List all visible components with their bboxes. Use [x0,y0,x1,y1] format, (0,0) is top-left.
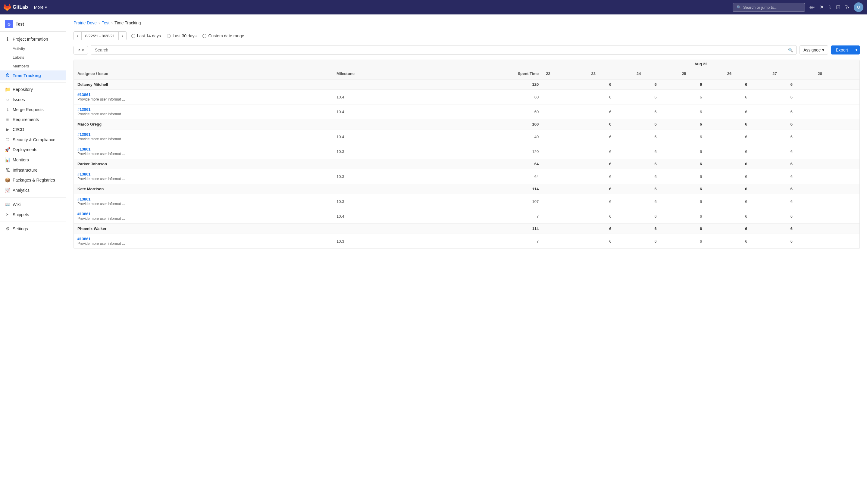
assignee-name: Marco Gregg [74,119,333,130]
last-30-days-radio[interactable] [167,34,171,38]
issue-link[interactable]: #13861 [77,212,90,216]
assignee-day-2: 6 [633,184,678,194]
user-avatar[interactable]: U [854,2,863,12]
issue-day-3: 6 [678,234,723,249]
issue-link[interactable]: #13861 [77,237,90,241]
issue-info: #13861 Provide more user informat ... [74,169,333,184]
last-14-days-radio[interactable] [131,34,135,38]
issue-day-2: 6 [633,194,678,209]
assignee-chevron-icon: ▾ [822,47,824,52]
sidebar-item-ci-cd[interactable]: ▶ CI/CD [0,124,66,134]
assignee-day-6 [814,184,859,194]
sidebar-item-infrastructure[interactable]: 🏗 Infrastructure [0,165,66,175]
issue-link[interactable]: #13861 [77,132,90,137]
search-input[interactable] [91,45,785,55]
sidebar-item-analytics[interactable]: 📈 Analytics [0,185,66,195]
monitors-icon: 📊 [5,157,10,163]
assignee-filter-button[interactable]: Assignee ▾ [800,45,828,55]
sidebar-item-labels[interactable]: Labels [0,53,66,62]
issue-spent: 60 [432,90,542,105]
sidebar-item-activity[interactable]: Activity [0,44,66,53]
create-button[interactable]: ⊕ ▾ [807,3,817,12]
issue-day-2: 6 [633,144,678,159]
assignee-day-1: 6 [588,224,633,234]
assignee-day-2: 6 [633,119,678,130]
issue-link[interactable]: #13861 [77,147,90,152]
assignee-name: Phoenix Walker [74,224,333,234]
breadcrumb-prairie-dove[interactable]: Prairie Dove [74,21,97,25]
issue-day-3: 6 [678,90,723,105]
sidebar-item-repository[interactable]: 📁 Repository [0,84,66,95]
merge-requests-button[interactable]: ⤵ [827,3,833,12]
issue-day-4: 6 [724,194,769,209]
issue-milestone: 10.3 [333,234,432,249]
sidebar-item-merge-requests[interactable]: ⤵ Merge Requests [0,105,66,114]
sidebar-item-members[interactable]: Members [0,62,66,70]
todo-button[interactable]: ☑ [834,3,842,12]
infrastructure-icon: 🏗 [5,167,10,173]
issue-desc: Provide more user informat ... [77,241,125,246]
help-button[interactable]: ? ▾ [843,3,851,12]
more-menu-button[interactable]: More ▾ [32,4,50,11]
sidebar-item-settings[interactable]: ⚙ Settings [0,224,66,234]
assignee-day-5: 6 [769,184,814,194]
breadcrumb-sep-2: › [111,21,113,25]
sidebar-label-repository: Repository [13,87,33,92]
issue-day-0 [542,130,587,144]
export-dropdown-button[interactable]: ▾ [853,45,860,55]
assignee-day-1: 6 [588,79,633,90]
issue-desc: Provide more user informat ... [77,112,125,116]
date-prev-button[interactable]: ‹ [74,32,81,40]
sidebar-label-monitors: Monitors [13,157,29,162]
search-reset-button[interactable]: ↺ ▾ [74,46,88,55]
custom-date-radio[interactable] [202,34,206,38]
custom-date-option[interactable]: Custom date range [202,33,244,38]
project-information-icon: ℹ [5,36,10,42]
assignee-row: Kate Morrison 114 66666 [74,184,859,194]
last-14-days-option[interactable]: Last 14 days [131,33,161,38]
issue-day-5: 6 [769,90,814,105]
sidebar-item-monitors[interactable]: 📊 Monitors [0,155,66,165]
merge-requests-nav-icon: ⤵ [5,107,10,112]
issue-milestone: 10.4 [333,130,432,144]
sidebar-item-deployments[interactable]: 🚀 Deployments [0,144,66,155]
sidebar-item-packages-registries[interactable]: 📦 Packages & Registries [0,175,66,185]
issue-link[interactable]: #13861 [77,92,90,97]
export-button[interactable]: Export [831,45,853,55]
sidebar-item-requirements[interactable]: ≡ Requirements [0,114,66,124]
issue-spent: 120 [432,144,542,159]
search-submit-button[interactable]: 🔍 [785,46,796,55]
issue-day-5: 6 [769,105,814,119]
issues-button[interactable]: ⚑ [818,3,826,12]
sidebar-label-infrastructure: Infrastructure [13,168,38,173]
global-search[interactable]: 🔍 Search or jump to... [732,3,805,12]
sidebar-item-time-tracking[interactable]: ⏱ Time Tracking [0,70,66,80]
month-header-row: Aug 22 [74,60,859,68]
sidebar-label-settings: Settings [13,227,28,231]
issue-link[interactable]: #13861 [77,172,90,176]
sidebar: G Test ℹ Project Information Activity La… [0,14,66,504]
issue-row: #13861 Provide more user informat ... 10… [74,105,859,119]
issue-info: #13861 Provide more user informat ... [74,90,333,105]
gitlab-logo[interactable]: GitLab [4,4,28,11]
sidebar-item-wiki[interactable]: 📖 Wiki [0,199,66,210]
assignee-day-5: 6 [769,159,814,169]
issue-link[interactable]: #13861 [77,197,90,201]
last-30-days-option[interactable]: Last 30 days [167,33,196,38]
sidebar-item-issues[interactable]: ○ Issues [0,95,66,105]
packages-icon: 📦 [5,177,10,183]
assignee-day-1: 6 [588,119,633,130]
date-next-button[interactable]: › [119,32,126,40]
sidebar-item-project-information[interactable]: ℹ Project Information [0,34,66,44]
assignee-day-6 [814,224,859,234]
time-tracking-table-container: Aug 22 Assignee / Issue Milestone Spent … [74,59,860,249]
deployments-icon: 🚀 [5,147,10,152]
issue-link[interactable]: #13861 [77,107,90,112]
assignee-row: Delaney Mitchell 120 66666 [74,79,859,90]
sidebar-item-snippets[interactable]: ✂ Snippets [0,210,66,220]
breadcrumb-test[interactable]: Test [102,21,110,25]
issue-desc: Provide more user informat ... [77,137,125,141]
sidebar-item-security-compliance[interactable]: 🛡 Security & Compliance [0,134,66,144]
todo-icon: ☑ [836,4,840,10]
assignee-milestone [333,184,432,194]
